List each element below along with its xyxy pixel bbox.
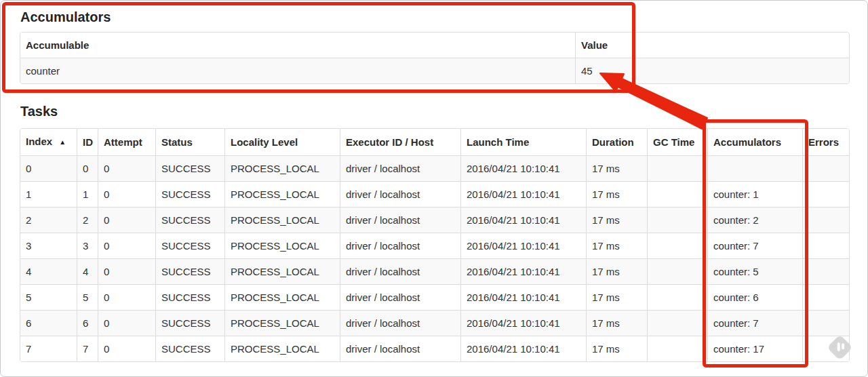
cell-index: 5 (20, 284, 77, 310)
tasks-header-row: Index▲ ID Attempt Status Locality Level … (20, 129, 849, 155)
cell-status: SUCCESS (155, 336, 224, 361)
cell-duration: 17 ms (586, 284, 647, 310)
cell-launch-time: 2016/04/21 10:10:41 (460, 155, 586, 181)
column-header-value[interactable]: Value (575, 33, 849, 58)
cell-id: 5 (77, 284, 98, 310)
task-row: 3 3 0 SUCCESS PROCESS_LOCAL driver / loc… (20, 233, 849, 258)
cell-errors (802, 155, 849, 181)
column-header-duration[interactable]: Duration (586, 129, 647, 155)
cell-attempt: 0 (98, 181, 155, 207)
cell-locality-level: PROCESS_LOCAL (224, 310, 340, 336)
cell-index: 3 (20, 233, 77, 258)
cell-status: SUCCESS (155, 207, 224, 233)
cell-status: SUCCESS (155, 310, 224, 336)
cell-id: 7 (77, 336, 98, 361)
cell-errors (802, 258, 849, 284)
column-header-index[interactable]: Index▲ (20, 129, 77, 155)
cell-duration: 17 ms (586, 310, 647, 336)
cell-executor-host: driver / localhost (340, 233, 460, 258)
cell-index: 1 (20, 181, 77, 207)
watermark-bar (842, 343, 844, 349)
cell-attempt: 0 (98, 207, 155, 233)
column-header-attempt[interactable]: Attempt (98, 129, 155, 155)
cell-accumulable-value: 45 (575, 58, 849, 83)
cell-launch-time: 2016/04/21 10:10:41 (460, 207, 586, 233)
cell-locality-level: PROCESS_LOCAL (224, 336, 340, 361)
accumulators-section-title: Accumulators (20, 9, 850, 25)
cell-status: SUCCESS (155, 181, 224, 207)
cell-executor-host: driver / localhost (340, 284, 460, 310)
cell-attempt: 0 (98, 284, 155, 310)
cell-executor-host: driver / localhost (340, 181, 460, 207)
cell-gc-time (647, 336, 707, 361)
task-row: 7 7 0 SUCCESS PROCESS_LOCAL driver / loc… (20, 336, 849, 361)
cell-attempt: 0 (98, 233, 155, 258)
cell-locality-level: PROCESS_LOCAL (224, 181, 340, 207)
cell-errors (802, 233, 849, 258)
column-header-errors[interactable]: Errors (802, 129, 849, 155)
column-header-locality-level[interactable]: Locality Level (224, 129, 340, 155)
column-header-accumulable[interactable]: Accumulable (20, 33, 575, 58)
cell-launch-time: 2016/04/21 10:10:41 (460, 233, 586, 258)
cell-duration: 17 ms (586, 207, 647, 233)
spark-stage-page: Accumulators Accumulable Value counter 4… (0, 0, 868, 377)
column-header-status[interactable]: Status (155, 129, 224, 155)
cell-id: 0 (77, 155, 98, 181)
cell-id: 4 (77, 258, 98, 284)
sort-ascending-icon: ▲ (59, 138, 66, 146)
cell-status: SUCCESS (155, 155, 224, 181)
column-header-id[interactable]: ID (77, 129, 98, 155)
cell-gc-time (647, 155, 707, 181)
column-header-index-label: Index (26, 136, 52, 147)
tasks-table: Index▲ ID Attempt Status Locality Level … (20, 128, 850, 362)
cell-gc-time (647, 207, 707, 233)
cell-launch-time: 2016/04/21 10:10:41 (460, 336, 586, 361)
cell-gc-time (647, 233, 707, 258)
column-header-launch-time[interactable]: Launch Time (460, 129, 586, 155)
cell-id: 2 (77, 207, 98, 233)
cell-errors (802, 181, 849, 207)
cell-locality-level: PROCESS_LOCAL (224, 155, 340, 181)
watermark-bar (837, 342, 840, 351)
cell-locality-level: PROCESS_LOCAL (224, 233, 340, 258)
column-header-accumulators[interactable]: Accumulators (707, 129, 802, 155)
task-row: 2 2 0 SUCCESS PROCESS_LOCAL driver / loc… (20, 207, 849, 233)
cell-index: 4 (20, 258, 77, 284)
cell-launch-time: 2016/04/21 10:10:41 (460, 181, 586, 207)
cell-duration: 17 ms (586, 181, 647, 207)
task-row: 4 4 0 SUCCESS PROCESS_LOCAL driver / loc… (20, 258, 849, 284)
accumulators-header-row: Accumulable Value (20, 33, 849, 58)
cell-accumulators: counter: 2 (707, 207, 802, 233)
cell-launch-time: 2016/04/21 10:10:41 (460, 310, 586, 336)
cell-locality-level: PROCESS_LOCAL (224, 207, 340, 233)
column-header-executor-host[interactable]: Executor ID / Host (340, 129, 460, 155)
cell-executor-host: driver / localhost (340, 258, 460, 284)
cell-id: 3 (77, 233, 98, 258)
cell-gc-time (647, 284, 707, 310)
cell-status: SUCCESS (155, 284, 224, 310)
cell-accumulators: counter: 5 (707, 258, 802, 284)
cell-attempt: 0 (98, 258, 155, 284)
cell-executor-host: driver / localhost (340, 310, 460, 336)
cell-index: 0 (20, 155, 77, 181)
cell-gc-time (647, 310, 707, 336)
cell-locality-level: PROCESS_LOCAL (224, 258, 340, 284)
cell-status: SUCCESS (155, 258, 224, 284)
cell-duration: 17 ms (586, 155, 647, 181)
cell-executor-host: driver / localhost (340, 155, 460, 181)
cell-errors (802, 207, 849, 233)
cell-index: 2 (20, 207, 77, 233)
cell-executor-host: driver / localhost (340, 207, 460, 233)
cell-index: 6 (20, 310, 77, 336)
column-header-gc-time[interactable]: GC Time (647, 129, 707, 155)
cell-duration: 17 ms (586, 258, 647, 284)
cell-attempt: 0 (98, 155, 155, 181)
cell-index: 7 (20, 336, 77, 361)
cell-duration: 17 ms (586, 336, 647, 361)
cell-accumulators: counter: 6 (707, 284, 802, 310)
cell-executor-host: driver / localhost (340, 336, 460, 361)
cell-launch-time: 2016/04/21 10:10:41 (460, 284, 586, 310)
cell-attempt: 0 (98, 336, 155, 361)
cell-attempt: 0 (98, 310, 155, 336)
cell-id: 1 (77, 181, 98, 207)
